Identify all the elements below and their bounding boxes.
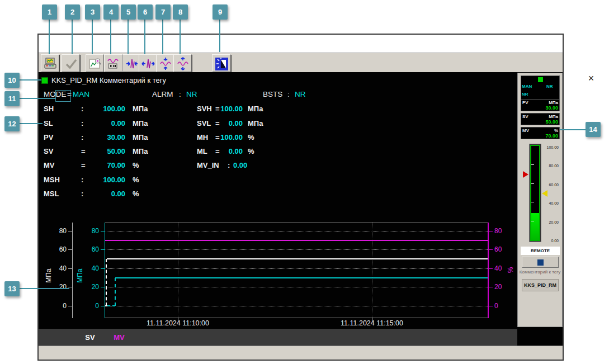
time-zoom-out-button[interactable]: [139, 54, 157, 72]
axis2-unit-label: МПа: [76, 259, 84, 292]
faceplate-mv-value: 70.00: [526, 133, 558, 139]
faceplate-mode: MAN: [522, 84, 532, 89]
param-row-ml: ML=0.00%: [197, 147, 286, 157]
axis1-tick-20: 20: [51, 283, 67, 291]
screenshot-stage: KKS_PID_RM. Параметры ×: [0, 0, 609, 364]
bar-gauge-track: [530, 145, 540, 241]
axis-tick: [101, 249, 105, 250]
callout-badge-10: 10: [4, 73, 20, 88]
axis-tick: [489, 249, 493, 250]
wave-arrows-vert-out-icon: [176, 56, 190, 71]
gauge-tick: [531, 221, 534, 221]
display-settings-button[interactable]: [212, 54, 231, 72]
trend-line-sv: [107, 258, 488, 259]
param-row-mv: MV=70.00%: [43, 161, 205, 171]
gauge-scale-20: 20.00: [543, 220, 559, 224]
param-row-svh: SVH=100.00МПа: [197, 105, 286, 115]
faceplate-mode-button[interactable]: [522, 257, 559, 268]
axis1-tick-40: 40: [51, 264, 67, 272]
callout-line-11: [20, 98, 55, 99]
faceplate-alarm: NR: [546, 84, 553, 89]
callout-badge-12: 12: [4, 116, 20, 131]
param-row-msl: MSL:0.00%: [43, 190, 205, 200]
gauge-scale-80: 80.00: [543, 164, 559, 168]
chart-image-button[interactable]: [86, 54, 104, 72]
bar-gauge: [529, 144, 541, 242]
title-bar[interactable]: KKS_PID_RM. Параметры ×: [39, 35, 563, 53]
gridline: [106, 287, 488, 287]
plot-bottom-border: [105, 318, 488, 318]
gridline: [106, 249, 488, 250]
callout-line-3: [92, 20, 93, 54]
gauge-scale-0: 0.00: [543, 239, 559, 243]
value-zoom-out-button[interactable]: [173, 54, 192, 72]
callout-line-5: [128, 20, 129, 54]
alrm-value: NR: [186, 90, 197, 98]
axis-tick: [489, 268, 493, 269]
apply-button[interactable]: [62, 54, 80, 72]
bsts-label: BSTS: [263, 90, 282, 98]
param-row-sv: SV=50.00МПа: [43, 147, 205, 157]
callout-line-2: [72, 20, 73, 54]
faceplate-pv-unit: МПа: [537, 100, 558, 105]
close-button[interactable]: ×: [584, 72, 598, 85]
axis-tick: [68, 231, 72, 231]
plot-top-border: [105, 222, 488, 223]
wave-play-pause-icon: [106, 56, 121, 71]
callout-badge-1: 1: [42, 4, 57, 20]
axis-tick: [101, 231, 105, 231]
printer-icon: [43, 56, 58, 71]
callout-badge-14: 14: [586, 122, 601, 137]
faceplate-status-indicator: [538, 77, 543, 82]
axis2-tick-80: 80: [84, 227, 99, 235]
axis1-tick-80: 80: [51, 227, 67, 235]
callout-badge-7: 7: [155, 4, 171, 20]
gridline-vertical: [178, 223, 178, 318]
legend-item-mv[interactable]: MV: [111, 333, 128, 342]
callout-line-13: [20, 288, 69, 289]
trend-line-pv-rise: [115, 278, 116, 306]
tag-comment: Комментарий к тегу: [100, 76, 166, 84]
checkmark-icon: [64, 56, 78, 71]
value-zoom-in-button[interactable]: [156, 54, 174, 72]
axis3-unit-label: %: [507, 253, 514, 287]
param-row-pv: PV:30.00МПа: [43, 133, 205, 143]
callout-badge-3: 3: [85, 4, 100, 20]
print-button[interactable]: [41, 54, 59, 72]
callout-badge-5: 5: [121, 4, 136, 20]
alrm-separator: :: [179, 90, 181, 98]
callout-badge-2: 2: [65, 4, 80, 20]
wave-arrows-in-icon: [125, 56, 139, 71]
callout-badge-13: 13: [4, 281, 20, 296]
callout-badge-6: 6: [138, 4, 153, 20]
axis2-tick-40: 40: [84, 264, 99, 272]
faceplate-tag-button[interactable]: KKS_PID_RM: [522, 279, 559, 291]
trend-run-pause-button[interactable]: [104, 54, 122, 72]
callout-line-10: [20, 79, 41, 81]
wave-arrows-vert-in-icon: [158, 56, 173, 71]
remote-status: REMOTE: [521, 247, 560, 255]
legend-item-sv[interactable]: SV: [82, 333, 98, 342]
callout-line-12: [20, 123, 43, 124]
axis-line-mpa-2: [105, 223, 105, 318]
callout-line-1: [49, 20, 50, 54]
axis-tick: [489, 306, 493, 306]
param-row-msh: MSH:100.00%: [43, 176, 205, 186]
axis-tick: [489, 287, 493, 287]
faceplate-pv-value: 30.00: [526, 105, 558, 111]
bar-gauge-fill: [531, 213, 539, 240]
gridline: [106, 268, 488, 269]
param-row-sl: SL:0.00МПа: [43, 119, 205, 129]
axis1-unit-label: МПа: [45, 259, 53, 292]
axis3-tick-60: 60: [494, 245, 509, 253]
faceplate-bsts: NR: [522, 92, 528, 97]
axis2-tick-20: 20: [84, 283, 99, 291]
gridline: [106, 306, 488, 306]
axis2-tick-0: 0: [84, 302, 99, 310]
axis-tick: [68, 249, 72, 250]
gauge-scale-60: 60.00: [543, 183, 559, 187]
sv-marker-icon: [542, 190, 547, 197]
bsts-separator: :: [287, 90, 290, 98]
callout-badge-8: 8: [173, 4, 188, 20]
callout-line-14: [560, 129, 586, 130]
